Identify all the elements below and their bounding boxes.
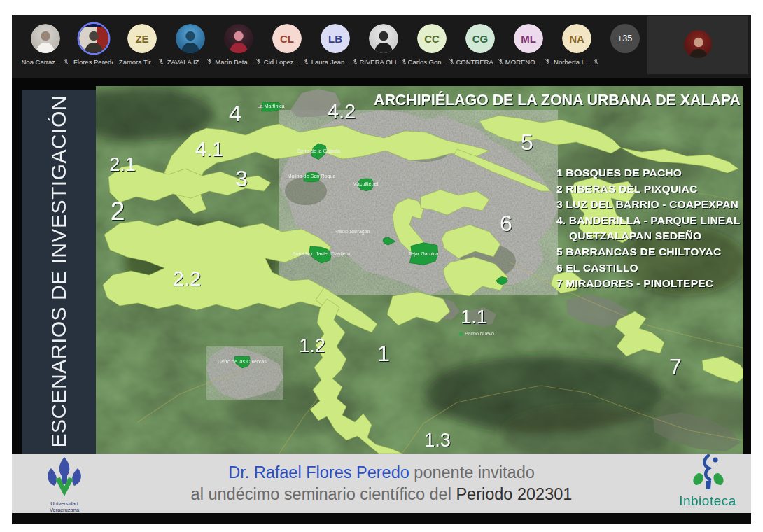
participant-tile[interactable]: ML MORENO ... [504, 15, 552, 78]
participant-avatar [176, 24, 205, 53]
more-participants-badge[interactable]: +35 [601, 15, 649, 78]
area-number: 4.2 [328, 100, 356, 122]
area-number: 2.2 [173, 267, 201, 290]
participant-name: RIVERA OLI... [360, 58, 399, 66]
park-label: Francisco Javier Clavijero [293, 251, 350, 257]
participant-tile[interactable]: NA Norberta L... [552, 15, 601, 78]
meeting-window: Noa Carraz... Flores Peredo R... ZE Zamo… [12, 15, 751, 524]
participant-name: Noa Carraz... [22, 58, 61, 66]
participant-name: Laura Jean... [312, 58, 350, 66]
town-dot [459, 332, 463, 335]
park-label: Cerro de la Galaxia [297, 148, 340, 154]
banner-line2-prefix: al undécimo seminario científico del [191, 485, 456, 503]
banner-line1: Dr. Rafael Flores Peredo ponente invitad… [228, 462, 535, 484]
svg-text:ML: ML [521, 33, 536, 45]
area-number: 1 [377, 341, 390, 366]
mic-muted-icon [206, 58, 213, 66]
mic-muted-icon [449, 58, 455, 66]
banner-text: Dr. Rafael Flores Peredo ponente invitad… [12, 454, 751, 513]
area-number: 4 [229, 101, 241, 126]
legend-line: 3 LUZ DEL BARRIO - COAPEXPAN [556, 198, 738, 210]
active-speaker-tile[interactable] [648, 16, 748, 74]
bottom-strip [12, 513, 751, 524]
participant-avatar [224, 24, 253, 53]
mic-muted-icon [63, 58, 69, 66]
participant-name: Norberta L... [554, 58, 591, 66]
svg-text:LB: LB [328, 33, 342, 45]
sidebar-vertical-title: ESCENARIOS DE INVESTIGACIÓN [47, 95, 71, 448]
svg-text:CL: CL [280, 33, 294, 45]
svg-text:ZE: ZE [135, 33, 148, 45]
mic-muted-icon [255, 58, 262, 66]
area-number: 2.1 [109, 154, 136, 175]
banner-line2-period: Periodo 202301 [456, 485, 572, 503]
park-label: La Martinica [257, 103, 284, 109]
legend-line: 5 BARRANCAS DE CHILTOYAC [556, 246, 721, 258]
participant-avatar [31, 24, 60, 53]
participant-name: ZAVALA IZ... [167, 58, 205, 66]
park-label: Macuiltépetl [353, 181, 380, 187]
inbioteca-plant-icon [687, 454, 728, 493]
mic-muted-icon [401, 58, 407, 66]
participant-tile[interactable]: CC Carlos Gon... [407, 15, 456, 78]
participant-tile[interactable]: CL Cid Lopez ... [262, 15, 311, 78]
participant-name: CONTRERA... [456, 58, 496, 66]
participants-strip: Noa Carraz... Flores Peredo R... ZE Zamo… [21, 15, 649, 78]
town-label: Pacho Nuevo [465, 331, 494, 336]
mic-muted-icon [545, 58, 551, 66]
legend-line: 6 EL CASTILLO [556, 262, 638, 274]
speaker-name: Dr. Rafael Flores Peredo [228, 463, 410, 482]
svg-text:CG: CG [472, 33, 488, 45]
participant-name: Flores Peredo R... [74, 58, 113, 66]
area-number: 3 [235, 166, 248, 191]
xalapa-map-container: La MartinicaCerro de la GalaxiaMolino de… [96, 86, 743, 454]
participant-tile[interactable]: ZE Zamora Tir... [118, 15, 166, 78]
active-speaker-avatar [684, 30, 712, 58]
slide-sidebar: ESCENARIOS DE INVESTIGACIÓN [22, 90, 96, 454]
participant-avatar: CC [417, 24, 447, 53]
participant-name: MORENO ... [505, 58, 542, 66]
participant-name: Carlos Gon... [408, 58, 447, 66]
participant-tile[interactable]: ZAVALA IZ... [166, 15, 214, 78]
town-label: Predio Barragán [335, 229, 370, 234]
area-number: 1.3 [424, 430, 451, 451]
park-label: Cerro de las Culebras [218, 358, 267, 365]
area-number: 6 [500, 211, 512, 236]
area-number: 1.1 [461, 307, 487, 328]
participant-tile[interactable]: CG CONTRERA... [456, 15, 504, 78]
area-number: 5 [521, 130, 533, 155]
inbioteca-caption: Inbioteca [673, 493, 743, 509]
legend-line: 2 RIBERAS DEL PIXQUIAC [556, 183, 697, 195]
mic-muted-icon [352, 58, 358, 66]
area-number: 4.1 [195, 138, 223, 160]
participant-avatar: CG [465, 24, 495, 53]
participant-tile[interactable]: RIVERA OLI... [359, 15, 407, 78]
participant-name: Zamora Tir... [119, 58, 156, 66]
participant-avatar: ML [514, 24, 543, 53]
legend-line: QUETZALAPAN SEDEÑO [569, 230, 701, 241]
screenshot-frame: Noa Carraz... Flores Peredo R... ZE Zamo… [0, 0, 763, 532]
participant-avatar: LB [321, 24, 350, 53]
svg-text:NA: NA [569, 33, 584, 45]
inbioteca-logo: Inbioteca [673, 454, 743, 512]
participant-tile[interactable]: Noa Carraz... [21, 15, 69, 78]
more-participants-count: +35 [617, 34, 632, 43]
park-label: Molino de San Roque [287, 173, 335, 179]
svg-text:CC: CC [424, 33, 440, 45]
mic-muted-icon [158, 58, 164, 66]
participant-avatar: NA [562, 24, 592, 53]
mic-muted-icon [498, 58, 504, 66]
participant-tile[interactable]: Flores Peredo R... [69, 15, 118, 78]
participant-tile[interactable]: Marín Beta... [214, 15, 262, 78]
participant-avatar: ZE [127, 24, 157, 53]
mic-muted-icon [593, 58, 599, 66]
banner-line2: al undécimo seminario científico del Per… [191, 484, 573, 505]
xalapa-satellite-map: La MartinicaCerro de la GalaxiaMolino de… [96, 86, 743, 454]
participants-bar: Noa Carraz... Flores Peredo R... ZE Zamo… [12, 15, 751, 78]
participant-avatar [369, 24, 398, 53]
participant-name: Marín Beta... [215, 58, 253, 66]
participant-tile[interactable]: LB Laura Jean... [311, 15, 359, 78]
participant-avatar: CL [272, 24, 302, 53]
mic-muted-icon [303, 58, 309, 66]
banner-line1-rest: ponente invitado [410, 463, 535, 482]
